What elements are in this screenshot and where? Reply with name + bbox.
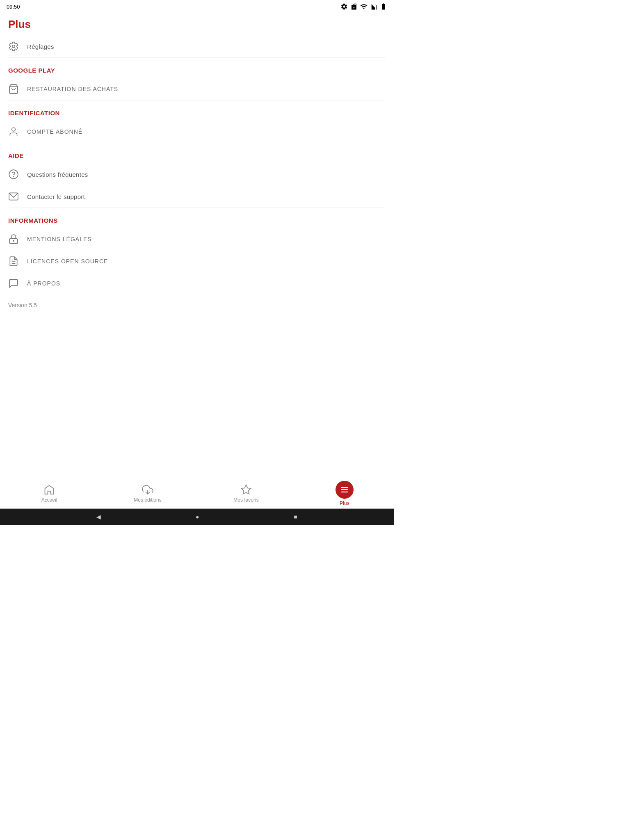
nav-label-mes-editions: Mes éditions xyxy=(134,497,161,503)
signal-status-icon xyxy=(370,3,377,10)
section-header-google-play: GOOGLE PLAY xyxy=(0,58,394,78)
document-icon xyxy=(8,256,19,267)
svg-rect-14 xyxy=(341,489,348,490)
android-navigation-bar: ◀ ● ■ xyxy=(0,509,394,525)
nav-label-mes-favoris: Mes favoris xyxy=(233,497,258,503)
menu-item-apropos[interactable]: À PROPOS xyxy=(0,272,394,294)
sim-status-icon xyxy=(350,3,358,10)
lock-icon xyxy=(8,234,19,244)
android-back-button[interactable]: ◀ xyxy=(96,514,101,520)
apropos-label: À PROPOS xyxy=(27,280,60,287)
support-label: Contacter le support xyxy=(27,193,85,200)
star-icon xyxy=(240,484,252,495)
compte-label: COMPTE ABONNÉ xyxy=(27,128,82,135)
download-cloud-icon xyxy=(142,484,153,495)
page-title: Plus xyxy=(8,18,31,30)
faq-label: Questions fréquentes xyxy=(27,171,88,178)
section-header-aide: AIDE xyxy=(0,143,394,163)
reglages-label: Réglages xyxy=(27,43,54,50)
svg-rect-15 xyxy=(341,492,348,493)
menu-item-mentions[interactable]: MENTIONS LÉGALES xyxy=(0,228,394,250)
status-time: 09:50 xyxy=(7,4,20,10)
version-text: Version 5.5 xyxy=(0,294,394,316)
page-header: Plus xyxy=(0,13,394,35)
menu-item-compte[interactable]: COMPTE ABONNÉ xyxy=(0,121,394,143)
person-icon xyxy=(8,126,19,137)
nav-item-mes-favoris[interactable]: Mes favoris xyxy=(197,481,295,506)
gear-icon xyxy=(8,41,19,52)
svg-point-7 xyxy=(13,240,14,241)
restauration-label: RESTAURATION DES ACHATS xyxy=(27,86,118,92)
nav-label-accueil: Accueil xyxy=(41,497,57,503)
licences-label: LICENCES OPEN SOURCE xyxy=(27,258,108,265)
wifi-status-icon xyxy=(360,3,368,10)
svg-point-3 xyxy=(9,170,18,179)
svg-marker-12 xyxy=(241,485,251,494)
section-header-informations: INFORMATIONS xyxy=(0,208,394,228)
section-header-identification: IDENTIFICATION xyxy=(0,100,394,121)
nav-item-accueil[interactable]: Accueil xyxy=(0,481,98,506)
mail-icon xyxy=(8,191,19,202)
menu-item-reglages[interactable]: Réglages xyxy=(0,35,394,57)
nav-label-plus: Plus xyxy=(340,500,349,506)
android-recent-button[interactable]: ■ xyxy=(294,514,297,520)
status-bar: 09:50 xyxy=(0,0,394,13)
menu-icon-active xyxy=(340,485,349,494)
nav-item-plus[interactable]: Plus xyxy=(295,477,394,509)
battery-status-icon xyxy=(380,3,387,10)
menu-item-licences[interactable]: LICENCES OPEN SOURCE xyxy=(0,250,394,272)
bottom-navigation: Accueil Mes éditions Mes favoris Plus xyxy=(0,478,394,509)
svg-point-0 xyxy=(12,45,15,48)
nav-item-mes-editions[interactable]: Mes éditions xyxy=(98,481,197,506)
settings-status-icon xyxy=(340,3,348,10)
svg-rect-13 xyxy=(341,487,348,488)
home-icon xyxy=(43,484,55,495)
plus-active-circle xyxy=(336,481,354,499)
menu-item-support[interactable]: Contacter le support xyxy=(0,185,394,208)
android-home-button[interactable]: ● xyxy=(196,514,199,520)
bag-icon xyxy=(8,84,19,94)
svg-point-2 xyxy=(12,128,16,131)
main-content: Réglages GOOGLE PLAY RESTAURATION DES AC… xyxy=(0,35,394,477)
chat-icon xyxy=(8,278,19,289)
status-icons xyxy=(340,3,387,10)
mentions-label: MENTIONS LÉGALES xyxy=(27,236,92,242)
question-icon xyxy=(8,169,19,180)
menu-item-restauration[interactable]: RESTAURATION DES ACHATS xyxy=(0,78,394,100)
menu-item-faq[interactable]: Questions fréquentes xyxy=(0,163,394,185)
